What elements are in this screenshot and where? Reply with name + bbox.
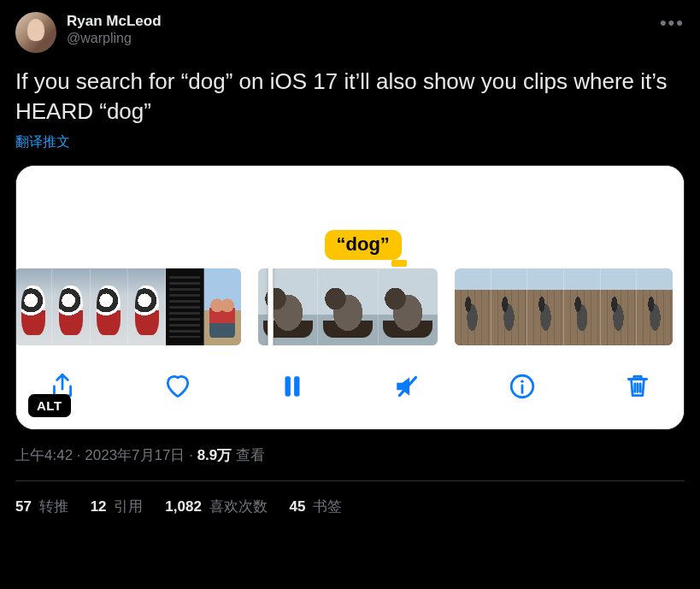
user-handle: @warpling	[67, 30, 162, 47]
svg-point-3	[521, 380, 524, 383]
mute-icon[interactable]	[391, 369, 425, 403]
tweet-container: Ryan McLeod @warpling ••• If you search …	[0, 0, 700, 516]
retweets-stat[interactable]: 57 转推	[15, 497, 68, 516]
translate-link[interactable]: 翻译推文	[15, 133, 685, 151]
avatar[interactable]	[15, 12, 56, 53]
alt-badge[interactable]: ALT	[28, 394, 71, 417]
timeline-strip-area	[16, 260, 684, 347]
info-icon[interactable]	[505, 369, 539, 403]
clip-thumbnail[interactable]	[258, 268, 438, 345]
user-name-block[interactable]: Ryan McLeod @warpling	[67, 12, 162, 47]
bookmarks-stat[interactable]: 45 书签	[290, 497, 343, 516]
svg-rect-0	[285, 377, 291, 397]
media-card[interactable]: “dog”	[15, 165, 685, 430]
tweet-header: Ryan McLeod @warpling •••	[15, 12, 685, 53]
match-marker	[391, 260, 407, 267]
display-name: Ryan McLeod	[67, 12, 162, 30]
heart-icon[interactable]	[161, 369, 195, 403]
tweet-date[interactable]: 2023年7月17日	[85, 447, 185, 463]
views-count: 8.9万	[197, 447, 232, 463]
media-toolbar	[16, 347, 684, 429]
quotes-stat[interactable]: 12 引用	[91, 497, 144, 516]
more-icon[interactable]: •••	[660, 12, 685, 34]
tweet-stats: 57 转推 12 引用 1,082 喜欢次数 45 书签	[15, 481, 685, 516]
clip-strips	[16, 268, 684, 345]
views-label: 查看	[232, 447, 265, 463]
likes-stat[interactable]: 1,082 喜欢次数	[165, 497, 267, 516]
search-tag-label: “dog”	[325, 230, 402, 260]
trash-icon[interactable]	[621, 369, 655, 403]
svg-rect-1	[294, 377, 299, 397]
media-top-area: “dog”	[16, 166, 684, 260]
tweet-time[interactable]: 上午4:42	[15, 447, 73, 463]
tweet-text: If you search for “dog” on iOS 17 it’ll …	[15, 67, 685, 127]
tweet-meta: 上午4:42 · 2023年7月17日 · 8.9万 查看	[15, 445, 685, 465]
clip-thumbnail[interactable]	[455, 268, 673, 345]
pause-icon[interactable]	[275, 369, 309, 403]
clip-thumbnail[interactable]	[15, 268, 241, 345]
